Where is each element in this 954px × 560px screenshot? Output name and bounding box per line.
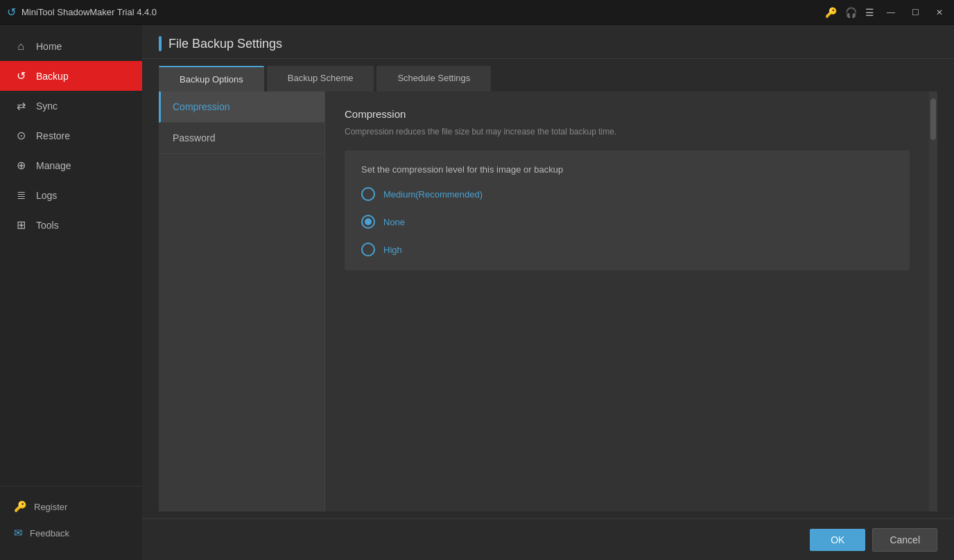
- title-bar: ↺ MiniTool ShadowMaker Trial 4.4.0 🔑 🎧 ☰…: [0, 0, 954, 25]
- backup-icon: ↺: [14, 69, 28, 82]
- section-desc: Compression reduces the file size but ma…: [345, 127, 910, 137]
- sidebar-item-label-tools: Tools: [36, 220, 59, 231]
- sidebar-item-label-home: Home: [36, 41, 62, 52]
- ok-button[interactable]: OK: [810, 529, 865, 551]
- tab-backup-options[interactable]: Backup Options: [159, 66, 264, 91]
- footer: OK Cancel: [142, 518, 954, 560]
- radio-circle-high[interactable]: [361, 243, 375, 256]
- key-icon[interactable]: 🔑: [825, 7, 837, 18]
- left-panel-item-password[interactable]: Password: [159, 123, 324, 154]
- sidebar-item-logs[interactable]: ≣ Logs: [0, 180, 142, 210]
- tools-icon: ⊞: [14, 218, 28, 231]
- settings-body: Compression Password Compression Compres…: [159, 91, 937, 511]
- logs-icon: ≣: [14, 189, 28, 202]
- page-title-row: File Backup Settings: [159, 36, 937, 51]
- sidebar-item-sync[interactable]: ⇄ Sync: [0, 91, 142, 121]
- minimize-button[interactable]: —: [883, 6, 899, 19]
- manage-icon: ⊕: [14, 159, 28, 172]
- app-icon: ↺: [7, 6, 16, 19]
- radio-medium[interactable]: Medium(Recommended): [361, 187, 893, 201]
- radio-high[interactable]: High: [361, 243, 893, 256]
- sidebar-item-tools[interactable]: ⊞ Tools: [0, 210, 142, 240]
- sidebar-item-label-restore: Restore: [36, 130, 70, 141]
- page-title-accent: [159, 36, 162, 51]
- sidebar-item-manage[interactable]: ⊕ Manage: [0, 150, 142, 180]
- radio-label-medium: Medium(Recommended): [383, 189, 483, 200]
- sidebar-item-home[interactable]: ⌂ Home: [0, 32, 142, 61]
- close-button[interactable]: ✕: [932, 6, 947, 19]
- tab-schedule-settings[interactable]: Schedule Settings: [376, 66, 491, 91]
- app-title: MiniTool ShadowMaker Trial 4.4.0: [21, 7, 825, 17]
- feedback-label: Feedback: [30, 528, 69, 539]
- cancel-button[interactable]: Cancel: [872, 528, 937, 552]
- window-controls: 🔑 🎧 ☰ — ☐ ✕: [825, 6, 947, 19]
- sidebar-nav: ⌂ Home ↺ Backup ⇄ Sync ⊙ Restore ⊕ Manag…: [0, 25, 142, 486]
- radio-none[interactable]: None: [361, 215, 893, 229]
- sidebar-item-feedback[interactable]: ✉ Feedback: [0, 520, 142, 546]
- scroll-thumb[interactable]: [930, 98, 936, 140]
- sidebar: ⌂ Home ↺ Backup ⇄ Sync ⊙ Restore ⊕ Manag…: [0, 25, 142, 560]
- radio-label-none: None: [383, 217, 405, 227]
- right-panel: Compression Compression reduces the file…: [325, 91, 929, 511]
- left-panel: Compression Password: [159, 91, 325, 511]
- scrollbar[interactable]: [929, 91, 937, 511]
- page-header: File Backup Settings: [142, 25, 954, 59]
- page-title: File Backup Settings: [168, 37, 282, 51]
- compression-box: Set the compression level for this image…: [345, 150, 910, 270]
- sidebar-item-label-logs: Logs: [36, 190, 57, 201]
- maximize-button[interactable]: ☐: [908, 6, 923, 19]
- radio-circle-none[interactable]: [361, 215, 375, 229]
- sidebar-bottom: 🔑 Register ✉ Feedback: [0, 486, 142, 560]
- compression-box-label: Set the compression level for this image…: [361, 164, 893, 175]
- radio-label-high: High: [383, 245, 402, 255]
- main-layout: ⌂ Home ↺ Backup ⇄ Sync ⊙ Restore ⊕ Manag…: [0, 25, 954, 560]
- restore-icon: ⊙: [14, 129, 28, 142]
- sync-icon: ⇄: [14, 99, 28, 112]
- sidebar-item-backup[interactable]: ↺ Backup: [0, 61, 142, 91]
- feedback-icon: ✉: [14, 527, 23, 539]
- sidebar-item-label-sync: Sync: [36, 100, 58, 112]
- menu-icon[interactable]: ☰: [865, 7, 874, 18]
- sidebar-item-register[interactable]: 🔑 Register: [0, 493, 142, 520]
- register-label: Register: [34, 502, 67, 512]
- sidebar-item-restore[interactable]: ⊙ Restore: [0, 121, 142, 150]
- section-title: Compression: [345, 108, 910, 120]
- content-area: File Backup Settings Backup Options Back…: [142, 25, 954, 560]
- home-icon: ⌂: [14, 40, 28, 53]
- sidebar-item-label-manage: Manage: [36, 160, 71, 171]
- tab-bar: Backup Options Backup Scheme Schedule Se…: [142, 59, 954, 91]
- sidebar-item-label-backup: Backup: [36, 71, 69, 82]
- radio-circle-medium[interactable]: [361, 187, 375, 201]
- tab-backup-scheme[interactable]: Backup Scheme: [267, 66, 374, 91]
- headphones-icon[interactable]: 🎧: [845, 7, 857, 18]
- left-panel-item-compression[interactable]: Compression: [159, 91, 324, 123]
- register-icon: 🔑: [14, 500, 27, 513]
